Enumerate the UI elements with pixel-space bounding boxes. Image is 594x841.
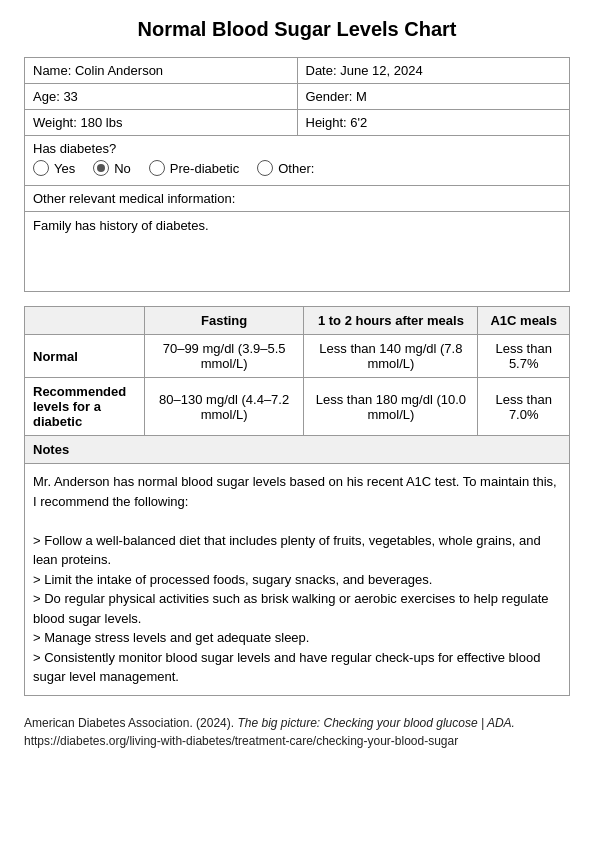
radio-prediabetic[interactable]: Pre-diabetic: [149, 160, 239, 176]
date-label: Date:: [306, 63, 337, 78]
col-header-a1c: A1C meals: [478, 307, 570, 335]
footer: American Diabetes Association. (2024). T…: [24, 714, 570, 750]
gender-label: Gender:: [306, 89, 353, 104]
radio-other-circle[interactable]: [257, 160, 273, 176]
col-header-fasting: Fasting: [144, 307, 304, 335]
medical-info-label: Other relevant medical information:: [33, 191, 235, 206]
notes-section: Mr. Anderson has normal blood sugar leve…: [24, 464, 570, 696]
normal-row: Normal 70–99 mg/dl (3.9–5.5 mmol/L) Less…: [25, 335, 570, 378]
diabetic-after-meals: Less than 180 mg/dl (10.0 mmol/L): [304, 378, 478, 436]
radio-yes-label: Yes: [54, 161, 75, 176]
radio-yes[interactable]: Yes: [33, 160, 75, 176]
radio-other[interactable]: Other:: [257, 160, 314, 176]
normal-label: Normal: [25, 335, 145, 378]
age-cell: Age: 33: [25, 84, 298, 110]
name-cell: Name: Colin Anderson: [25, 58, 298, 84]
gender-value: M: [356, 89, 367, 104]
patient-info-table: Name: Colin Anderson Date: June 12, 2024…: [24, 57, 570, 212]
diabetic-label: Recommended levels for a diabetic: [25, 378, 145, 436]
age-label: Age:: [33, 89, 60, 104]
height-label: Height:: [306, 115, 347, 130]
date-cell: Date: June 12, 2024: [297, 58, 570, 84]
col-header-after-meals: 1 to 2 hours after meals: [304, 307, 478, 335]
notes-header-cell: Notes: [25, 436, 570, 464]
diabetes-row: Has diabetes? Yes No Pre-diabetic Other:: [25, 136, 570, 186]
name-label: Name:: [33, 63, 71, 78]
radio-prediabetic-circle[interactable]: [149, 160, 165, 176]
footer-citation-italic: The big picture: Checking your blood glu…: [237, 716, 515, 730]
radio-no[interactable]: No: [93, 160, 131, 176]
radio-group: Yes No Pre-diabetic Other:: [33, 156, 561, 180]
name-value: Colin Anderson: [75, 63, 163, 78]
radio-no-circle[interactable]: [93, 160, 109, 176]
date-value: June 12, 2024: [340, 63, 422, 78]
normal-fasting: 70–99 mg/dl (3.9–5.5 mmol/L): [144, 335, 304, 378]
col-header-empty: [25, 307, 145, 335]
weight-label: Weight:: [33, 115, 77, 130]
normal-a1c: Less than 5.7%: [478, 335, 570, 378]
weight-value: 180 lbs: [80, 115, 122, 130]
age-value: 33: [63, 89, 77, 104]
height-cell: Height: 6'2: [297, 110, 570, 136]
diabetic-a1c: Less than 7.0%: [478, 378, 570, 436]
height-value: 6'2: [350, 115, 367, 130]
page-title: Normal Blood Sugar Levels Chart: [24, 18, 570, 41]
diabetes-question: Has diabetes?: [33, 141, 561, 156]
footer-url: https://diabetes.org/living-with-diabete…: [24, 734, 458, 748]
radio-yes-circle[interactable]: [33, 160, 49, 176]
medical-info-label-cell: Other relevant medical information:: [25, 186, 570, 212]
radio-no-label: No: [114, 161, 131, 176]
diabetic-row: Recommended levels for a diabetic 80–130…: [25, 378, 570, 436]
radio-other-label: Other:: [278, 161, 314, 176]
notes-header-row: Notes: [25, 436, 570, 464]
weight-cell: Weight: 180 lbs: [25, 110, 298, 136]
normal-after-meals: Less than 140 mg/dl (7.8 mmol/L): [304, 335, 478, 378]
footer-citation: American Diabetes Association. (2024).: [24, 716, 237, 730]
diabetic-fasting: 80–130 mg/dl (4.4–7.2 mmol/L): [144, 378, 304, 436]
medical-info-value: Family has history of diabetes.: [24, 212, 570, 292]
gender-cell: Gender: M: [297, 84, 570, 110]
radio-prediabetic-label: Pre-diabetic: [170, 161, 239, 176]
blood-sugar-table: Fasting 1 to 2 hours after meals A1C mea…: [24, 306, 570, 464]
